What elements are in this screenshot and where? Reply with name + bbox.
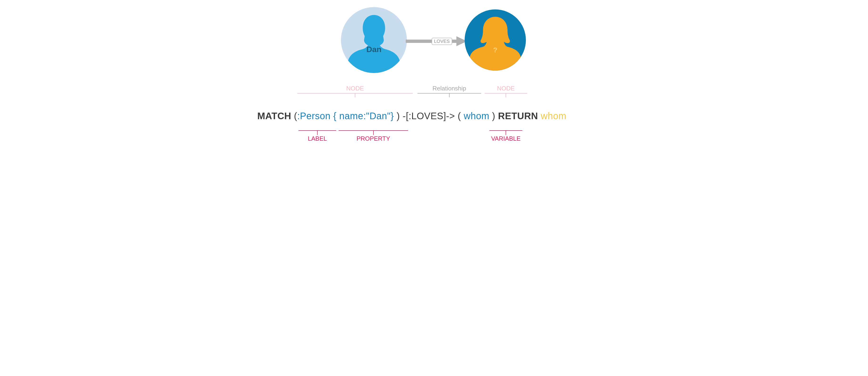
relationship-token: -[:LOVES]->	[403, 111, 458, 121]
annotation-property-text: PROPERTY	[339, 135, 408, 142]
keyword-match: MATCH	[257, 111, 294, 121]
person-female-icon	[465, 9, 526, 71]
property-token: { name:"Dan"}	[333, 111, 397, 121]
annotation-node-right-text: NODE	[485, 85, 527, 92]
annotation-node-left-text: NODE	[297, 85, 413, 92]
relationship-label: LOVES	[432, 38, 452, 45]
paren-close-1: )	[397, 111, 402, 121]
node-whom-label: ?	[465, 46, 526, 54]
annotation-variable-text: VARIABLE	[489, 135, 522, 142]
keyword-return: RETURN	[498, 111, 541, 121]
paren-open-2: (	[458, 111, 464, 121]
annotation-label: LABEL	[299, 126, 336, 142]
bracket-icon	[417, 93, 481, 98]
annotation-property: PROPERTY	[339, 126, 408, 142]
bracket-icon	[297, 93, 413, 98]
cypher-query: MATCH (:Person { name:"Dan"} ) -[:LOVES]…	[257, 111, 566, 121]
annotation-relationship-text: Relationship	[417, 85, 481, 92]
cypher-diagram: Dan LOVES ? NODE Relationship NODE MATCH…	[253, 5, 615, 160]
label-token: :Person	[297, 111, 333, 121]
annotation-node-left: NODE	[297, 85, 413, 98]
relationship-arrow: LOVES	[406, 35, 467, 47]
annotation-variable: VARIABLE	[489, 126, 522, 142]
paren-close-2: )	[492, 111, 498, 121]
variable-token: whom	[464, 111, 492, 121]
annotation-label-text: LABEL	[299, 135, 336, 142]
node-dan: Dan	[341, 7, 407, 73]
annotation-node-right: NODE	[485, 85, 527, 98]
bracket-icon	[489, 126, 522, 131]
paren-open-1: (	[294, 111, 297, 121]
node-dan-label: Dan	[341, 45, 407, 54]
bracket-icon	[299, 126, 336, 131]
annotation-relationship: Relationship	[417, 85, 481, 98]
return-variable: whom	[541, 111, 566, 121]
bracket-icon	[339, 126, 408, 131]
node-whom: ?	[465, 9, 526, 71]
person-male-icon	[341, 7, 407, 73]
bracket-icon	[485, 93, 527, 98]
